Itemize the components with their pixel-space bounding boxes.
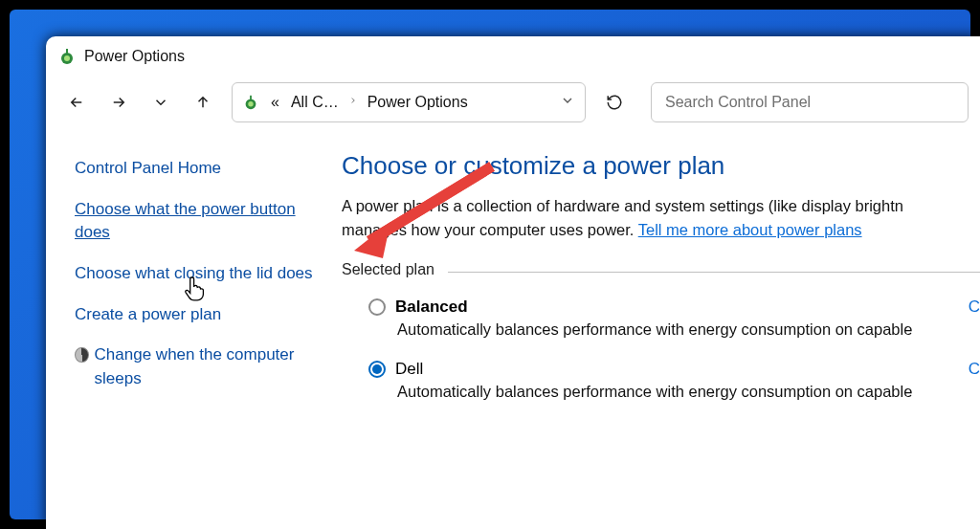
search-box[interactable] xyxy=(651,82,969,122)
chevron-down-icon[interactable] xyxy=(560,93,575,112)
sidebar-item-sleep[interactable]: Change when the computer sleeps xyxy=(95,343,321,390)
divider xyxy=(448,272,980,273)
control-panel-home-link[interactable]: Control Panel Home xyxy=(75,157,321,181)
power-options-window: Power Options « All C… xyxy=(46,36,980,529)
address-bar[interactable]: « All C… Power Options xyxy=(232,82,586,122)
main-content: Choose or customize a power plan A power… xyxy=(338,128,980,529)
svg-point-5 xyxy=(248,101,253,106)
power-plan-balanced: Balanced C Automatically balances perfor… xyxy=(368,298,980,339)
titlebar: Power Options xyxy=(46,36,980,77)
plan-description: Automatically balances performance with … xyxy=(397,320,980,339)
refresh-button[interactable] xyxy=(595,83,634,121)
selected-plan-label: Selected plan xyxy=(342,261,434,278)
chevron-right-icon xyxy=(348,94,358,111)
power-options-icon xyxy=(57,47,77,66)
svg-point-2 xyxy=(64,55,70,61)
sidebar-item-power-button[interactable]: Choose what the power button does xyxy=(75,198,321,245)
history-chevron-icon[interactable] xyxy=(142,83,180,121)
search-input[interactable] xyxy=(665,94,954,111)
sidebar: Control Panel Home Choose what the power… xyxy=(46,128,338,529)
breadcrumb-seg1[interactable]: All C… xyxy=(291,94,339,111)
svg-rect-1 xyxy=(66,49,68,56)
radio-dell[interactable] xyxy=(368,361,386,378)
svg-rect-4 xyxy=(250,96,252,102)
plan-description: Automatically balances performance with … xyxy=(397,383,980,401)
sidebar-item-create-plan[interactable]: Create a power plan xyxy=(75,303,321,327)
up-button[interactable] xyxy=(184,83,222,121)
shield-icon xyxy=(75,347,89,363)
back-button[interactable] xyxy=(57,83,96,121)
change-plan-link[interactable]: C xyxy=(969,298,980,317)
breadcrumb-prefix: « xyxy=(271,94,279,111)
window-title: Power Options xyxy=(84,48,185,65)
navigation-bar: « All C… Power Options xyxy=(46,77,980,128)
learn-more-link[interactable]: Tell me more about power plans xyxy=(638,221,862,238)
radio-balanced[interactable] xyxy=(368,298,386,316)
power-options-icon xyxy=(242,94,259,111)
page-description: A power plan is a collection of hardware… xyxy=(342,194,980,242)
page-heading: Choose or customize a power plan xyxy=(342,151,980,181)
breadcrumb-seg2[interactable]: Power Options xyxy=(368,94,468,111)
plan-name: Dell xyxy=(395,360,423,379)
change-plan-link[interactable]: C xyxy=(969,360,980,379)
forward-button[interactable] xyxy=(100,83,138,121)
sidebar-item-closing-lid[interactable]: Choose what closing the lid does xyxy=(75,262,321,286)
power-plan-dell: Dell C Automatically balances performanc… xyxy=(368,360,980,401)
plan-name: Balanced xyxy=(395,298,468,317)
